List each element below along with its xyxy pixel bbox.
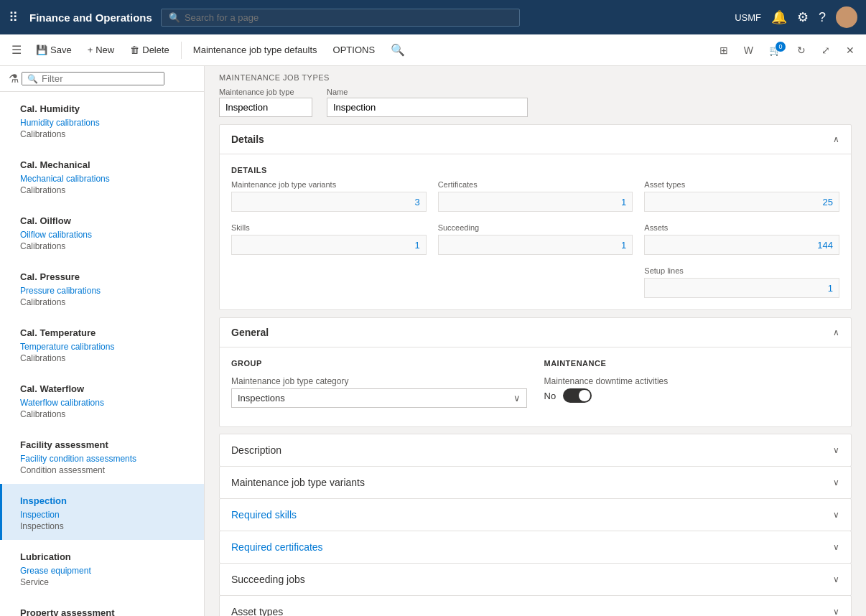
sidebar-item-sub[interactable]: Facility condition assessments <box>10 453 194 465</box>
avatar[interactable] <box>836 6 857 28</box>
sidebar-item-group[interactable]: Cal. TemperatureTemperature calibrations… <box>0 316 204 372</box>
search-link[interactable]: 🔍 <box>383 39 412 61</box>
popout-icon[interactable]: ⤢ <box>816 40 836 60</box>
waffle-icon[interactable]: ⠿ <box>9 9 18 25</box>
collapsed-section: Maintenance job type variants∨ <box>219 466 852 499</box>
sidebar-item-group[interactable]: Facility assessmentFacility condition as… <box>0 428 204 484</box>
delete-button[interactable]: 🗑 Delete <box>123 40 177 60</box>
sidebar-item-main[interactable]: Cal. Mechanical <box>10 154 194 173</box>
general-card: General ∧ GROUP Maintenance job type cat… <box>219 317 852 427</box>
sidebar-item-main[interactable]: Cal. Humidity <box>10 98 194 117</box>
sidebar-item-main[interactable]: Cal. Pressure <box>10 266 194 285</box>
sidebar-item-group[interactable]: Cal. PressurePressure calibrationsCalibr… <box>0 260 204 316</box>
search-bar[interactable]: 🔍 <box>161 9 520 27</box>
variants-block: Maintenance job type variants 3 <box>231 180 427 212</box>
sidebar-item-main[interactable]: Inspection <box>10 490 194 509</box>
sidebar-item-sub[interactable]: Calibrations <box>10 185 194 200</box>
search-input[interactable] <box>185 12 512 23</box>
assets-value[interactable]: 144 <box>644 235 839 255</box>
settings-icon[interactable]: ⚙ <box>797 9 809 25</box>
field-row: Maintenance job type Name <box>219 88 852 117</box>
sidebar-item-sub[interactable]: Calibrations <box>10 129 194 144</box>
general-card-header[interactable]: General ∧ <box>220 318 851 347</box>
sidebar-item-sub[interactable]: Inspections <box>10 521 194 536</box>
details-title: Details <box>231 134 264 145</box>
main-layout: ⚗ 🔍 Cal. HumidityHumidity calibrationsCa… <box>0 66 866 616</box>
save-button[interactable]: 💾 Save <box>29 40 79 60</box>
sidebar-item-sub[interactable]: Grease equipment <box>10 565 194 577</box>
help-icon[interactable]: ? <box>819 10 826 25</box>
sidebar-item-sub[interactable]: Condition assessment <box>10 465 194 480</box>
collapsed-section-title: Maintenance job type variants <box>231 477 365 488</box>
collapsed-header[interactable]: Asset types∨ <box>220 596 851 616</box>
collapsed-header[interactable]: Maintenance job type variants∨ <box>220 467 851 498</box>
options-link[interactable]: OPTIONS <box>326 40 383 60</box>
collapsed-chevron-icon: ∨ <box>833 607 839 616</box>
hamburger-icon[interactable]: ☰ <box>6 39 27 61</box>
toolbar: ☰ 💾 Save + New 🗑 Delete Maintenance job … <box>0 34 866 66</box>
close-icon[interactable]: ✕ <box>840 40 860 60</box>
separator <box>181 42 182 59</box>
sidebar-item-sub[interactable]: Mechanical calibrations <box>10 173 194 185</box>
collapsed-header[interactable]: Description∨ <box>220 434 851 466</box>
filter-search-icon: 🔍 <box>27 74 38 84</box>
sidebar-item-group[interactable]: Cal. HumidityHumidity calibrationsCalibr… <box>0 92 204 148</box>
variants-value[interactable]: 3 <box>231 192 427 212</box>
sidebar-item-sub[interactable]: Oilflow calibrations <box>10 229 194 241</box>
succeeding-value[interactable]: 1 <box>438 235 633 255</box>
sidebar-item-group[interactable]: LubricationGrease equipmentService <box>0 540 204 596</box>
downtime-toggle[interactable] <box>563 388 592 403</box>
sidebar-item-main[interactable]: Property assessment <box>10 602 194 616</box>
collapsed-header[interactable]: Required skills∨ <box>220 499 851 531</box>
variants-label: Maintenance job type variants <box>231 180 427 189</box>
details-col3: Asset types 25 Assets 144 Setup lines 1 <box>644 180 839 298</box>
group-col-label: GROUP <box>231 359 527 368</box>
category-select[interactable]: Inspections ∨ <box>231 388 527 408</box>
sidebar-item-group[interactable]: Property assessmentProperty condition as… <box>0 596 204 616</box>
certs-value[interactable]: 1 <box>438 192 633 212</box>
field-group-name: Name <box>327 88 528 117</box>
collapsed-header[interactable]: Required certificates∨ <box>220 531 851 563</box>
sidebar-item-main[interactable]: Facility assessment <box>10 434 194 453</box>
sidebar-filter-input[interactable] <box>22 72 164 85</box>
sidebar-item-sub[interactable]: Calibrations <box>10 241 194 256</box>
sidebar-item-group[interactable]: Cal. WaterflowWaterflow calibrationsCali… <box>0 372 204 428</box>
search-icon: 🔍 <box>169 12 180 23</box>
succeeding-label: Succeeding <box>438 223 633 232</box>
sidebar-item-sub[interactable]: Humidity calibrations <box>10 117 194 129</box>
maintenance-col-label: MAINTENANCE <box>544 359 840 368</box>
filter-toggle-icon[interactable]: ⚗ <box>6 69 22 88</box>
grid-icon[interactable]: ⊞ <box>714 40 734 60</box>
sidebar-item-main[interactable]: Cal. Oilflow <box>10 210 194 229</box>
skills-value[interactable]: 1 <box>231 235 427 255</box>
sidebar-item-sub[interactable]: Inspection <box>10 509 194 521</box>
sidebar-item-sub[interactable]: Calibrations <box>10 297 194 312</box>
sidebar-item-sub[interactable]: Waterflow calibrations <box>10 397 194 409</box>
type-input[interactable] <box>219 98 312 117</box>
sidebar-item-main[interactable]: Cal. Temperature <box>10 322 194 341</box>
details-card-header[interactable]: Details ∧ <box>220 125 851 154</box>
new-button[interactable]: + New <box>80 40 122 60</box>
details-card: Details ∧ DETAILS Maintenance job type v… <box>219 124 852 310</box>
notif-badge-button[interactable]: 🛒 0 <box>763 40 787 60</box>
setup-lines-value[interactable]: 1 <box>644 278 839 298</box>
refresh-icon[interactable]: ↻ <box>791 40 811 60</box>
name-input[interactable] <box>327 98 528 117</box>
sidebar-item-group[interactable]: InspectionInspectionInspections <box>0 484 204 540</box>
sidebar-item-group[interactable]: Cal. MechanicalMechanical calibrationsCa… <box>0 148 204 204</box>
sidebar-item-group[interactable]: Cal. OilflowOilflow calibrationsCalibrat… <box>0 204 204 260</box>
sidebar-item-sub[interactable]: Calibrations <box>10 409 194 424</box>
notification-icon[interactable]: 🔔 <box>771 9 787 25</box>
sidebar-item-sub[interactable]: Temperature calibrations <box>10 341 194 353</box>
collapsed-header[interactable]: Succeeding jobs∨ <box>220 564 851 595</box>
word-icon[interactable]: W <box>738 40 759 60</box>
asset-types-value[interactable]: 25 <box>644 192 839 212</box>
category-field: Maintenance job type category Inspection… <box>231 376 527 408</box>
sidebar-item-main[interactable]: Lubrication <box>10 546 194 565</box>
sidebar-item-main[interactable]: Cal. Waterflow <box>10 378 194 397</box>
defaults-link[interactable]: Maintenance job type defaults <box>186 40 325 60</box>
sidebar-item-sub[interactable]: Calibrations <box>10 353 194 368</box>
sidebar-item-sub[interactable]: Service <box>10 577 194 592</box>
sidebar-item-sub[interactable]: Pressure calibrations <box>10 285 194 297</box>
collapsed-section-title: Succeeding jobs <box>231 574 305 585</box>
